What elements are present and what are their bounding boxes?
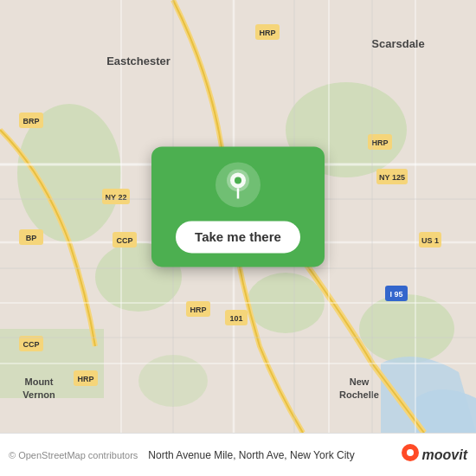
moovit-pin-icon [402,444,419,466]
svg-text:BP: BP [26,234,37,242]
svg-text:CCP: CCP [23,340,39,349]
svg-text:Scarsdale: Scarsdale [371,37,424,50]
svg-text:NY 22: NY 22 [106,193,127,202]
svg-text:I 95: I 95 [389,290,402,299]
moovit-brand-text: moovit [422,447,467,463]
svg-text:BRP: BRP [23,117,39,125]
svg-point-58 [235,177,241,183]
location-name: North Avenue Mile, North Ave, New York C… [148,449,396,461]
svg-point-60 [407,449,414,456]
bottom-bar: © OpenStreetMap contributors North Avenu… [0,433,476,476]
svg-text:101: 101 [229,314,242,323]
svg-text:NY 125: NY 125 [379,173,405,182]
navigation-card: Take me there [151,146,325,267]
svg-text:HRP: HRP [371,138,388,147]
moovit-logo: moovit [402,444,467,466]
location-pin-icon [225,169,251,200]
svg-text:Eastchester: Eastchester [106,55,170,68]
svg-text:Mount: Mount [25,376,54,387]
svg-point-5 [359,294,454,363]
svg-text:Vernon: Vernon [23,389,55,400]
svg-text:Rochelle: Rochelle [339,389,379,400]
take-me-there-button[interactable]: Take me there [176,221,300,253]
location-icon-wrapper [215,162,261,207]
map-view[interactable]: NY 22 NY 125 HRP HRP HRP BRP BP CCP HRP … [0,0,476,433]
copyright-text: © OpenStreetMap contributors [9,450,138,460]
svg-text:US 1: US 1 [421,236,439,245]
svg-text:New: New [350,376,370,387]
svg-text:CCP: CCP [116,236,132,245]
svg-text:HRP: HRP [259,29,275,37]
svg-text:HRP: HRP [77,375,93,383]
svg-text:HRP: HRP [190,306,206,314]
